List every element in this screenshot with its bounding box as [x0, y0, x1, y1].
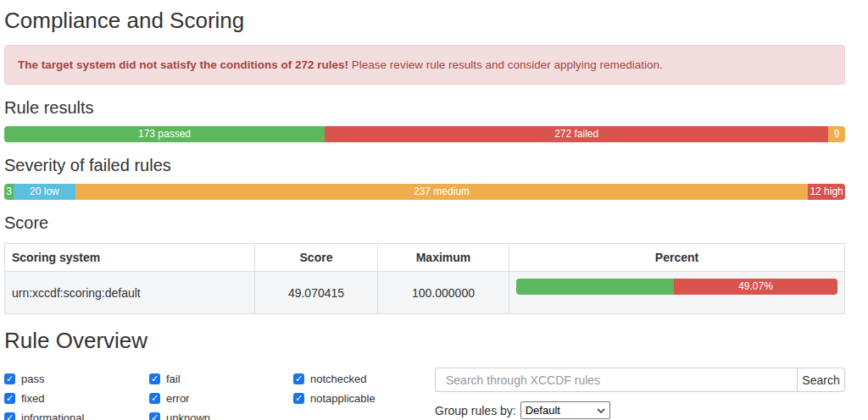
severity-heading: Severity of failed rules	[4, 156, 845, 175]
filter-label: unknown	[166, 412, 210, 420]
alert-strong-text: The target system did not satisfy the co…	[18, 58, 348, 71]
checkmark-icon	[295, 393, 303, 404]
checkbox-notapplicable[interactable]	[293, 393, 304, 404]
filter-informational[interactable]: informational	[4, 412, 149, 420]
filter-error[interactable]: error	[149, 392, 293, 405]
score-heading: Score	[4, 213, 845, 233]
checkbox-fixed[interactable]	[4, 393, 15, 404]
filter-label: notapplicable	[310, 392, 376, 405]
score-value: 49.070415	[255, 272, 378, 314]
progress-segment	[516, 279, 674, 295]
page-title: Compliance and Scoring	[4, 8, 845, 34]
checkmark-icon	[6, 393, 14, 404]
filter-label: pass	[21, 373, 44, 385]
rule-results-heading: Rule results	[4, 98, 845, 118]
checkbox-pass[interactable]	[4, 373, 15, 384]
rule-overview-heading: Rule Overview	[4, 328, 845, 354]
checkmark-icon	[151, 373, 159, 384]
filter-unknown[interactable]: unknown	[149, 412, 293, 420]
checkmark-icon	[6, 412, 14, 420]
col-header-maximum: Maximum	[378, 244, 509, 272]
col-header-score: Score	[255, 244, 378, 272]
group-by-selected-value: Default	[526, 404, 560, 417]
progress-segment: 3	[4, 184, 14, 200]
filter-label: informational	[21, 412, 84, 420]
filter-notapplicable[interactable]: notapplicable	[293, 392, 435, 405]
filter-fail[interactable]: fail	[149, 373, 293, 385]
filter-label: error	[166, 392, 189, 405]
checkbox-informational[interactable]	[4, 412, 15, 420]
alert-rest-text: Please review rule results and consider …	[352, 58, 663, 71]
score-table-row: urn:xccdf:scoring:default 49.070415 100.…	[5, 272, 845, 314]
progress-segment: 12 high	[808, 184, 845, 200]
result-filter-checkboxes: pass fail notchecked fixed error notappl…	[4, 368, 435, 420]
checkbox-unknown[interactable]	[149, 412, 160, 420]
severity-bar: 320 low237 medium12 high	[4, 184, 845, 200]
filter-label: fixed	[21, 392, 44, 405]
rule-search-input[interactable]	[435, 368, 797, 392]
progress-segment: 20 low	[14, 184, 75, 200]
scoring-system-value: urn:xccdf:scoring:default	[5, 272, 255, 314]
checkbox-fail[interactable]	[149, 373, 160, 384]
chevron-down-icon	[597, 408, 605, 413]
checkmark-icon	[6, 373, 14, 384]
progress-segment: 49.07%	[674, 279, 837, 295]
maximum-value: 100.000000	[378, 272, 509, 314]
rule-results-bar: 173 passed272 failed9	[4, 126, 845, 142]
rule-overview-controls: pass fail notchecked fixed error notappl…	[4, 368, 845, 420]
checkbox-error[interactable]	[149, 393, 160, 404]
group-rules-label: Group rules by:	[435, 404, 516, 417]
progress-segment: 237 medium	[75, 184, 808, 200]
filter-pass[interactable]: pass	[4, 373, 149, 385]
score-table: Scoring system Score Maximum Percent urn…	[4, 243, 845, 314]
search-area: Search Group rules by: Default	[435, 368, 845, 420]
score-table-header-row: Scoring system Score Maximum Percent	[5, 244, 845, 272]
filter-fixed[interactable]: fixed	[4, 392, 149, 405]
progress-segment: 173 passed	[4, 126, 325, 142]
percent-bar: 49.07%	[516, 279, 837, 295]
progress-segment: 272 failed	[325, 126, 828, 142]
group-rules-row: Group rules by: Default	[435, 401, 845, 419]
group-by-select[interactable]: Default	[520, 401, 610, 419]
report-page: Compliance and Scoring The target system…	[4, 8, 845, 420]
col-header-scoring-system: Scoring system	[5, 244, 255, 272]
search-button[interactable]: Search	[797, 368, 845, 392]
checkmark-icon	[295, 373, 303, 384]
checkmark-icon	[151, 412, 159, 420]
filter-notchecked[interactable]: notchecked	[293, 373, 435, 385]
rule-search-group: Search	[435, 368, 845, 392]
col-header-percent: Percent	[509, 244, 845, 272]
failed-rules-alert: The target system did not satisfy the co…	[4, 45, 845, 85]
progress-segment: 9	[828, 126, 845, 142]
filter-label: notchecked	[310, 373, 367, 385]
filter-label: fail	[166, 373, 181, 385]
checkmark-icon	[151, 393, 159, 404]
checkbox-notchecked[interactable]	[293, 373, 304, 384]
